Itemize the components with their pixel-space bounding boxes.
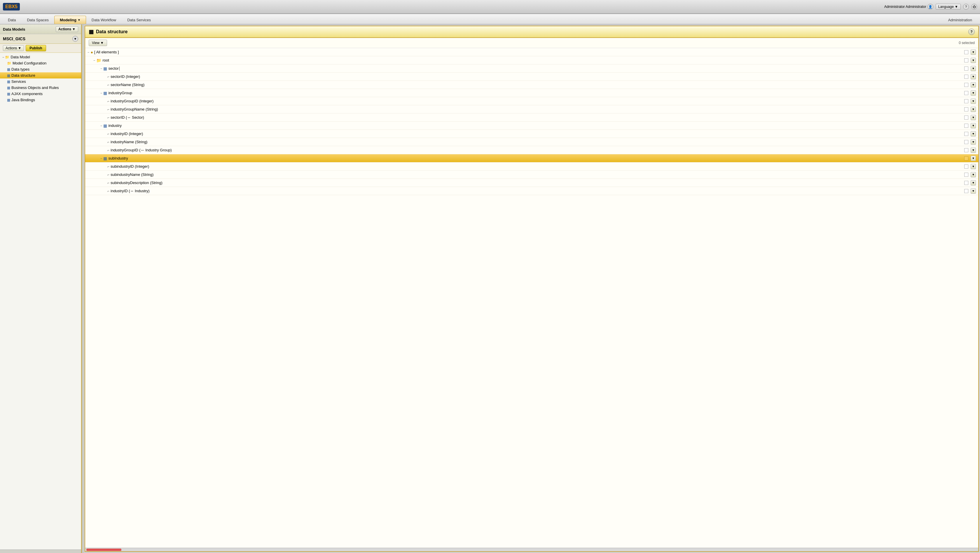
row-chevron-button[interactable]: ▼ xyxy=(970,115,976,120)
ds-row-industry-name[interactable]: ⌐ industryName (String) ▼ xyxy=(85,138,978,146)
help-icon[interactable]: ? xyxy=(963,4,969,10)
tab-data-services[interactable]: Data Services xyxy=(122,16,156,24)
root-circle-icon: ● xyxy=(91,50,93,54)
ds-row-sector-id[interactable]: ⌐ sectorID (Integer) ▼ xyxy=(85,73,978,81)
ds-row-industry-id[interactable]: ⌐ industryID (Integer) ▼ xyxy=(85,130,978,138)
row-checkbox[interactable] xyxy=(964,189,968,193)
power-icon[interactable]: ⏻ xyxy=(971,4,977,10)
ds-label: subindustryID (Integer) xyxy=(111,164,149,168)
ds-row-industry[interactable]: − ▦ industry ▼ xyxy=(85,122,978,130)
row-chevron-button[interactable]: ▼ xyxy=(970,66,976,71)
ds-row-sub-industry[interactable]: − ▦ subIndustry ▼ xyxy=(85,154,978,162)
language-label: Language xyxy=(938,5,954,9)
resize-handle[interactable] xyxy=(82,24,83,553)
row-chevron-button[interactable]: ▼ xyxy=(970,58,976,63)
ds-row-root[interactable]: − 📁 root ▼ xyxy=(85,56,978,64)
ds-label: root xyxy=(102,58,109,62)
tab-administration[interactable]: Administration xyxy=(943,16,978,24)
row-checkbox[interactable] xyxy=(964,116,968,119)
ds-label: industryGroupID (Integer) xyxy=(111,99,153,103)
row-checkbox[interactable] xyxy=(964,50,968,54)
row-chevron-button[interactable]: ▼ xyxy=(970,107,976,112)
sidebar-item-data-model[interactable]: − 📁 Data Model xyxy=(0,54,81,60)
row-chevron-button[interactable]: ▼ xyxy=(970,99,976,104)
row-checkbox[interactable] xyxy=(964,67,968,71)
ds-row-all-elements[interactable]: − ● [ All elements ] ▼ xyxy=(85,48,978,56)
scrollbar-thumb[interactable] xyxy=(86,548,121,551)
ds-row-industry-group-id[interactable]: ⌐ industryGroupID (Integer) ▼ xyxy=(85,97,978,105)
tab-data[interactable]: Data xyxy=(2,16,21,24)
model-expand-icon[interactable]: ▼ xyxy=(72,36,78,42)
content-title-area: ▦ Data structure xyxy=(89,29,127,35)
sidebar-item-model-configuration[interactable]: 📁 Model Configuration xyxy=(0,60,81,66)
tab-modeling[interactable]: Modeling ▼ xyxy=(54,16,86,24)
sidebar-item-services[interactable]: ▦ Services xyxy=(0,78,81,84)
user-info: Administrator Administrator 👤 xyxy=(884,4,933,10)
nav-tabs: Data Data Spaces Modeling ▼ Data Workflo… xyxy=(0,14,980,24)
row-checkbox[interactable] xyxy=(964,91,968,95)
row-checkbox[interactable] xyxy=(964,99,968,103)
ds-row-industry-group[interactable]: − ▦ industryGroup ▼ xyxy=(85,89,978,97)
ds-row-industry-group-id-link[interactable]: ⌐ industryGroupID (↔ Industry Group) ▼ xyxy=(85,146,978,154)
row-chevron-button[interactable]: ▼ xyxy=(970,180,976,186)
table-icon: ▦ xyxy=(7,92,10,96)
row-chevron-button[interactable]: ▼ xyxy=(970,148,976,153)
row-chevron-button[interactable]: ▼ xyxy=(970,164,976,169)
row-checkbox[interactable] xyxy=(964,124,968,128)
model-actions-button[interactable]: Actions ▼ xyxy=(3,45,24,51)
row-chevron-button[interactable]: ▼ xyxy=(970,82,976,87)
row-chevron-button[interactable]: ▼ xyxy=(970,74,976,79)
row-checkbox[interactable] xyxy=(964,83,968,87)
sidebar-item-data-structure[interactable]: ▦ Data structure xyxy=(0,72,81,78)
field-icon: ⌐ xyxy=(107,132,110,136)
row-checkbox[interactable] xyxy=(964,75,968,79)
horizontal-scrollbar[interactable] xyxy=(85,548,978,551)
ds-row-subindustry-name[interactable]: ⌐ subindustryName (String) ▼ xyxy=(85,171,978,179)
sidebar-item-java-bindings[interactable]: ▦ Java Bindings xyxy=(0,97,81,103)
ds-row-sector[interactable]: − ▦ sector ▼ xyxy=(85,64,978,73)
row-chevron-button[interactable]: ▼ xyxy=(970,49,976,55)
ds-label: industryGroupID (↔ Industry Group) xyxy=(111,148,172,152)
ds-row-industry-group-name[interactable]: ⌐ industryGroupName (String) ▼ xyxy=(85,105,978,113)
row-checkbox[interactable] xyxy=(964,181,968,185)
ds-label: subindustryName (String) xyxy=(111,172,153,177)
row-checkbox[interactable] xyxy=(964,148,968,152)
row-checkbox[interactable] xyxy=(964,173,968,177)
ds-label: industry xyxy=(108,123,122,128)
user-icon[interactable]: 👤 xyxy=(928,4,933,10)
row-chevron-button[interactable]: ▼ xyxy=(970,91,976,96)
sidebar-item-data-types[interactable]: ▦ Data types xyxy=(0,66,81,72)
ds-row-subindustry-description[interactable]: ⌐ subindustryDescription (String) ▼ xyxy=(85,179,978,187)
row-chevron-button[interactable]: ▼ xyxy=(970,172,976,177)
view-button[interactable]: View ▼ xyxy=(89,40,107,46)
ds-row-industry-id-link[interactable]: ⌐ industryID (↔ Industry) ▼ xyxy=(85,187,978,195)
help-button[interactable]: ? xyxy=(968,29,975,35)
row-checkbox[interactable] xyxy=(964,132,968,136)
row-checkbox[interactable] xyxy=(964,58,968,62)
content-area: ▦ Data structure ? View ▼ 0 selected − ●… xyxy=(84,25,979,552)
row-chevron-button[interactable]: ▼ xyxy=(970,188,976,194)
row-chevron-button[interactable]: ▼ xyxy=(970,131,976,137)
table-icon: ▦ xyxy=(103,91,107,95)
publish-button[interactable]: Publish xyxy=(25,45,46,51)
field-icon: ⌐ xyxy=(107,140,110,144)
row-checkbox[interactable] xyxy=(964,165,968,168)
language-button[interactable]: Language ▼ xyxy=(935,4,961,10)
data-models-actions-button[interactable]: Actions ▼ xyxy=(56,26,78,32)
sidebar-item-ajax-components[interactable]: ▦ AJAX components xyxy=(0,91,81,97)
sidebar-item-business-objects[interactable]: ▦ Business Objects and Rules xyxy=(0,84,81,91)
row-chevron-button[interactable]: ▼ xyxy=(970,123,976,128)
row-chevron-button[interactable]: ▼ xyxy=(970,156,976,161)
row-checkbox[interactable] xyxy=(964,156,968,160)
table-icon: ▦ xyxy=(7,79,10,84)
sidebar-item-label: Services xyxy=(11,79,26,84)
ds-row-sector-id-link[interactable]: ⌐ sectorID (↔ Sector) ▼ xyxy=(85,113,978,122)
tab-data-workflow[interactable]: Data Workflow xyxy=(86,16,122,24)
row-checkbox[interactable] xyxy=(964,140,968,144)
ds-label: subindustryDescription (String) xyxy=(111,181,162,185)
tab-data-spaces[interactable]: Data Spaces xyxy=(21,16,54,24)
ds-row-subindustry-id[interactable]: ⌐ subindustryID (Integer) ▼ xyxy=(85,162,978,171)
row-checkbox[interactable] xyxy=(964,107,968,111)
ds-row-sector-name[interactable]: ⌐ sectorName (String) ▼ xyxy=(85,81,978,89)
row-chevron-button[interactable]: ▼ xyxy=(970,140,976,145)
